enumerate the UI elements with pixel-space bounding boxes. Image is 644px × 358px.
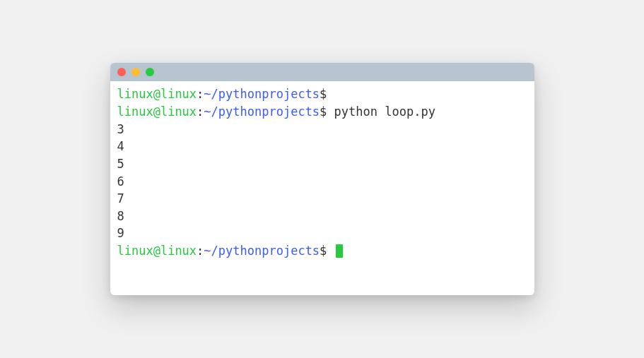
terminal-prompt-line: linux@linux:~/pythonprojects$	[117, 85, 527, 103]
close-icon[interactable]	[117, 68, 126, 76]
terminal-output-line: 9	[117, 225, 527, 242]
prompt-path: ~/pythonprojects	[204, 244, 320, 258]
terminal-output-line: 3	[117, 121, 527, 138]
output-text: 8	[117, 209, 124, 223]
terminal-body[interactable]: linux@linux:~/pythonprojects$ linux@linu…	[110, 81, 534, 294]
maximize-icon[interactable]	[146, 68, 154, 76]
terminal-prompt-line: linux@linux:~/pythonprojects$ python loo…	[117, 103, 527, 121]
prompt-separator: :	[197, 105, 204, 119]
prompt-user: linux@linux	[117, 105, 197, 119]
prompt-separator: :	[197, 87, 204, 101]
output-text: 3	[117, 122, 124, 136]
prompt-dollar: $	[320, 244, 327, 258]
prompt-dollar: $	[320, 105, 327, 119]
output-text: 4	[117, 139, 124, 153]
terminal-prompt-line: linux@linux:~/pythonprojects$	[117, 242, 527, 260]
terminal-output-line: 7	[117, 190, 527, 208]
terminal-output-line: 6	[117, 173, 527, 191]
prompt-command	[327, 87, 334, 101]
output-text: 7	[117, 191, 124, 205]
prompt-separator: :	[197, 244, 204, 258]
cursor-icon	[336, 244, 343, 258]
output-text: 9	[117, 226, 124, 240]
prompt-command	[327, 244, 334, 258]
prompt-user: linux@linux	[117, 87, 197, 101]
terminal-window: linux@linux:~/pythonprojects$ linux@linu…	[110, 63, 534, 294]
prompt-path: ~/pythonprojects	[204, 87, 320, 101]
output-text: 5	[117, 157, 124, 171]
prompt-user: linux@linux	[117, 244, 197, 258]
minimize-icon[interactable]	[131, 68, 140, 76]
output-text: 6	[117, 174, 124, 189]
terminal-output-line: 5	[117, 155, 527, 173]
terminal-output-line: 4	[117, 138, 527, 155]
window-titlebar	[110, 63, 534, 81]
prompt-command: python loop.py	[327, 105, 435, 119]
prompt-dollar: $	[320, 87, 327, 101]
terminal-output-line: 8	[117, 208, 527, 225]
prompt-path: ~/pythonprojects	[204, 105, 320, 119]
